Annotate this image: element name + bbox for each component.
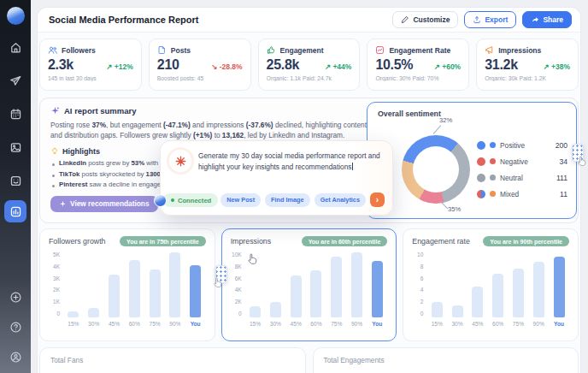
legend-row: Mixed11 (477, 186, 567, 202)
home-icon (9, 41, 22, 54)
assistant-chip[interactable]: Find Image (265, 193, 310, 207)
kpi-subtext: Organic: 30% Paid: 70% (375, 75, 461, 81)
sidebar-item-home[interactable] (4, 36, 26, 58)
bar (432, 302, 443, 317)
followers-icon (48, 45, 57, 55)
bar (68, 311, 79, 317)
sidebar-item-inbox[interactable] (4, 169, 26, 192)
sidebar-bottom (4, 278, 26, 368)
user-icon (9, 351, 22, 364)
bar-column: You (187, 252, 204, 327)
bar (109, 275, 120, 317)
connected-status: Connected (154, 193, 218, 207)
send-icon (9, 74, 22, 87)
sidebar-add-button[interactable] (4, 286, 26, 308)
starburst-icon (175, 156, 186, 167)
hand-cursor-icon (576, 156, 587, 167)
assistant-chip[interactable]: Get Analytics (315, 193, 366, 207)
assistant-chip[interactable]: New Post (220, 193, 261, 207)
kpi-value: 10.5% (375, 57, 413, 73)
assistant-actions: New PostFind ImageGet Analytics › (220, 192, 385, 207)
ai-summary-paragraph: Posting rose 37%, but engagement (-47.1%… (50, 120, 370, 141)
connected-label: Connected (178, 197, 211, 204)
help-icon (9, 321, 22, 334)
customize-button[interactable]: Customize (392, 11, 458, 28)
kpi-card-engagement-rate: Engagement Rate 10.5%↗ +60% Organic: 30%… (367, 38, 469, 91)
x-tick: You (372, 321, 382, 327)
y-tick: 6K (235, 275, 242, 281)
sidebar-item-calendar[interactable] (4, 103, 26, 125)
sparkle-icon (59, 200, 67, 208)
bar-column: 75% (509, 252, 526, 327)
x-tick: You (554, 321, 564, 327)
export-button[interactable]: Export (464, 11, 516, 28)
kpi-value: 2.3k (48, 57, 74, 73)
sidebar-account-button[interactable] (4, 346, 26, 368)
sidebar-help-button[interactable] (4, 316, 26, 338)
bar (169, 252, 180, 317)
legend-label: Neutral (500, 174, 552, 182)
kpi-value: 31.2k (485, 57, 518, 73)
sidebar-item-analytics-active[interactable] (4, 200, 26, 222)
x-tick: 45% (291, 321, 302, 327)
pencil-icon (401, 15, 409, 24)
analytics-icon (9, 205, 22, 218)
share-button[interactable]: Share (522, 11, 572, 28)
send-arrow-icon: › (376, 195, 379, 204)
total-fans-card: Total Fans (39, 347, 306, 373)
mouse-hand-cursor-icon (246, 253, 258, 265)
neutral-emoji-icon (477, 174, 485, 182)
x-tick: 90% (169, 321, 180, 327)
legend-label: Negative (500, 157, 555, 166)
trend-up-icon: ↗ (544, 62, 550, 71)
kpi-delta: ↗ +38% (544, 62, 570, 71)
kpi-subtext: 145 in last 30 days (48, 75, 133, 81)
assistant-prompt-input[interactable]: Generate my 30 day social media performa… (198, 151, 385, 173)
legend-value: 11 (560, 190, 567, 198)
sidebar-item-publish[interactable] (4, 69, 26, 92)
bar-column: 75% (328, 252, 345, 327)
kpi-card-followers: Followers 2.3k↗ +12% 145 in last 30 days (39, 38, 142, 91)
highlights-title: Highlights (62, 147, 100, 156)
bars: 15%30%45%60%75%90%You (426, 252, 569, 327)
megaphone-icon (485, 45, 494, 55)
impressions-chart: ImpressionsYou are in 60th percentile 10… (221, 228, 397, 341)
footer-row: Total Fans Total Engagements (39, 347, 579, 373)
bar (533, 262, 544, 317)
x-tick: 75% (149, 321, 160, 327)
y-tick: 4K (235, 287, 242, 293)
legend-dot (490, 191, 496, 197)
view-recommendations-button[interactable]: View recommendations (50, 196, 158, 212)
donut-label-top: 32% (439, 116, 452, 124)
y-tick: 3K (53, 275, 60, 281)
legend-label: Positive (500, 141, 551, 150)
assistant-chips: New PostFind ImageGet Analytics (220, 193, 366, 207)
kpi-subtext: Boosted posts: 45 (157, 75, 243, 81)
bar-column: You (368, 252, 385, 327)
x-tick: 30% (451, 321, 462, 327)
x-tick: 90% (351, 321, 362, 327)
kpi-label: Posts (171, 46, 191, 55)
positive-emoji-icon (477, 141, 485, 150)
bar-column: 60% (490, 252, 507, 327)
sidebar-item-media[interactable] (4, 136, 26, 158)
bar (88, 308, 99, 317)
bars: 15%30%45%60%75%90%You (245, 252, 388, 327)
kpi-card-impressions: Impressions 31.2k↗ +38% Organic: 30k Pai… (476, 38, 579, 91)
sentiment-title: Overall sentiment (378, 110, 566, 118)
percentile-badge: You are in 60th percentile (302, 236, 388, 246)
hand-cursor-icon (212, 277, 223, 288)
legend-value: 200 (556, 141, 567, 150)
y-tick: 10 (417, 252, 423, 258)
bar-column: 60% (308, 252, 325, 327)
posts-icon (157, 45, 167, 55)
bar-column: 90% (530, 252, 547, 327)
x-tick: 15% (250, 321, 261, 327)
bar (351, 252, 362, 317)
bar (452, 305, 463, 317)
bar (331, 257, 342, 317)
send-button[interactable]: › (370, 192, 385, 207)
x-tick: 75% (513, 321, 524, 327)
y-tick: 0 (420, 311, 424, 317)
kpi-subtext: Organic: 1.1k Paid: 24.7k (267, 75, 352, 81)
